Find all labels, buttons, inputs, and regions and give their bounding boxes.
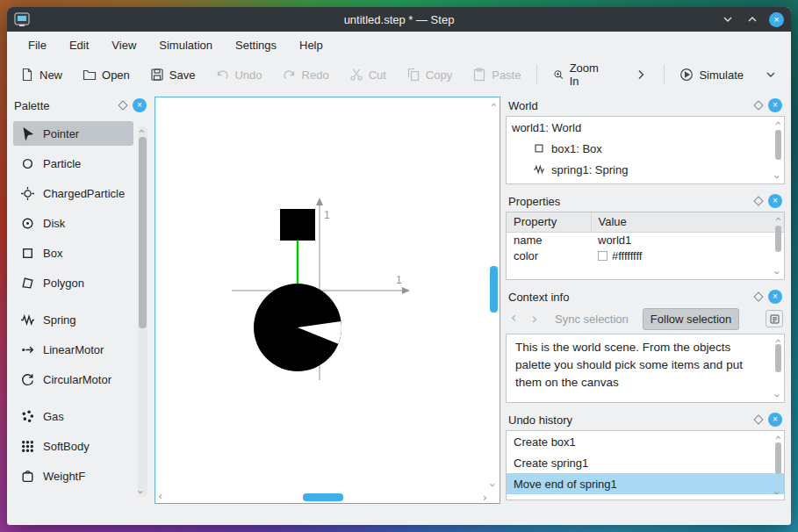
scroll-up-icon[interactable]: › bbox=[772, 121, 783, 126]
context-info-text: This is the world scene. From the object… bbox=[507, 334, 784, 392]
scroll-up-icon[interactable]: › bbox=[772, 339, 783, 343]
palette-item-pointer[interactable]: Pointer bbox=[13, 121, 133, 146]
undo-scrollbar[interactable]: › › bbox=[773, 432, 783, 499]
float-panel-icon[interactable] bbox=[753, 196, 763, 205]
scroll-right-icon[interactable]: › bbox=[483, 492, 487, 503]
close-panel-icon[interactable]: × bbox=[768, 290, 782, 304]
gas-icon bbox=[20, 409, 35, 424]
scroll-up-icon[interactable]: › bbox=[772, 435, 783, 440]
tree-item-box1[interactable]: box1: Box bbox=[507, 138, 784, 159]
canvas-horizontal-scrollbar[interactable]: › › bbox=[155, 492, 487, 503]
palette-item-chargedparticle[interactable]: ChargedParticle bbox=[13, 181, 133, 205]
paste-button[interactable]: Paste bbox=[468, 64, 525, 85]
palette-item-box[interactable]: Box bbox=[13, 241, 133, 265]
box1-shape[interactable] bbox=[280, 209, 315, 241]
scroll-left-icon[interactable]: › bbox=[158, 492, 162, 503]
world-scrollbar[interactable]: › › bbox=[773, 118, 783, 183]
canvas-hscroll-thumb[interactable] bbox=[303, 493, 343, 501]
menu-simulation[interactable]: Simulation bbox=[150, 36, 221, 54]
palette-scrollbar[interactable]: › › bbox=[138, 126, 147, 497]
sync-selection-button[interactable]: Sync selection bbox=[550, 309, 634, 329]
palette-item-disk[interactable]: Disk bbox=[13, 211, 133, 235]
float-panel-icon[interactable] bbox=[118, 100, 127, 110]
app-icon[interactable] bbox=[14, 11, 30, 27]
canvas-vertical-scrollbar[interactable]: › › bbox=[488, 97, 500, 491]
undo-scrollbar-thumb[interactable] bbox=[775, 442, 781, 474]
value-column-header[interactable]: Value bbox=[591, 212, 784, 232]
new-button[interactable]: New bbox=[16, 64, 67, 85]
simulate-button[interactable]: Simulate bbox=[675, 64, 748, 85]
titlebar[interactable]: untitled.step * — Step × bbox=[7, 7, 791, 32]
property-row-partial[interactable] bbox=[507, 263, 784, 279]
properties-header-row: Property Value bbox=[507, 212, 784, 232]
scroll-up-icon[interactable]: › bbox=[487, 103, 499, 107]
close-panel-icon[interactable]: × bbox=[768, 98, 782, 112]
scroll-down-icon[interactable]: › bbox=[772, 393, 783, 398]
maximize-icon[interactable] bbox=[744, 11, 760, 27]
world-scrollbar-thumb[interactable] bbox=[775, 130, 781, 160]
tree-item-world1[interactable]: world1: World bbox=[507, 117, 784, 138]
properties-scrollbar-thumb[interactable] bbox=[775, 226, 781, 252]
undo-item-create-spring1[interactable]: Create spring1 bbox=[507, 452, 784, 473]
undo-item-create-box1[interactable]: Create box1 bbox=[507, 431, 784, 452]
palette-item-gas[interactable]: Gas bbox=[13, 404, 133, 428]
follow-selection-button[interactable]: Follow selection bbox=[643, 308, 740, 330]
menu-file[interactable]: File bbox=[19, 36, 55, 54]
scroll-up-icon[interactable]: › bbox=[135, 129, 147, 133]
undo-item-move-end-of-spring1[interactable]: Move end of spring1 bbox=[507, 473, 784, 494]
toolbar: New Open Save Undo Redo Cut bbox=[7, 58, 791, 91]
close-panel-icon[interactable]: × bbox=[768, 413, 782, 427]
open-button[interactable]: Open bbox=[78, 64, 134, 85]
tree-item-spring1[interactable]: spring1: Spring bbox=[507, 159, 784, 180]
redo-button[interactable]: Redo bbox=[278, 64, 334, 85]
palette-item-particle[interactable]: Particle bbox=[13, 151, 133, 176]
palette-item-linearmotor[interactable]: LinearMotor bbox=[13, 337, 133, 362]
context-doc-icon[interactable] bbox=[766, 310, 783, 327]
property-column-header[interactable]: Property bbox=[507, 212, 591, 232]
world-canvas[interactable]: 1 1 › › › › bbox=[155, 97, 500, 504]
properties-scrollbar[interactable]: › › bbox=[773, 213, 783, 278]
palette-item-polygon[interactable]: Polygon bbox=[13, 270, 133, 295]
scroll-up-icon[interactable]: › bbox=[772, 217, 783, 221]
palette-item-softbody[interactable]: SoftBody bbox=[13, 434, 133, 458]
palette-item-spring[interactable]: Spring bbox=[13, 307, 133, 332]
back-icon[interactable]: › bbox=[507, 310, 520, 327]
float-panel-icon[interactable] bbox=[753, 291, 763, 301]
scroll-down-icon[interactable]: › bbox=[487, 483, 499, 487]
zoom-in-button[interactable]: Zoom In bbox=[549, 58, 606, 91]
menu-view[interactable]: View bbox=[103, 36, 145, 54]
world-tree: world1: World box1: Box spring1: Spring … bbox=[506, 116, 785, 184]
toolbar-menu-button[interactable] bbox=[759, 64, 782, 85]
palette-item-circularmotor[interactable]: CircularMotor bbox=[13, 367, 133, 392]
scroll-down-icon[interactable]: › bbox=[772, 175, 783, 179]
close-icon[interactable]: × bbox=[769, 12, 784, 27]
forward-icon[interactable]: › bbox=[528, 310, 541, 327]
float-panel-icon[interactable] bbox=[753, 414, 763, 424]
copy-button[interactable]: Copy bbox=[402, 64, 457, 85]
particle-icon bbox=[20, 156, 35, 171]
undo-button[interactable]: Undo bbox=[211, 64, 266, 85]
save-button[interactable]: Save bbox=[146, 64, 200, 85]
scroll-down-icon[interactable]: › bbox=[772, 270, 783, 275]
toolbar-overflow-button[interactable] bbox=[629, 64, 652, 85]
chevron-down-icon bbox=[764, 68, 778, 82]
property-row-name[interactable]: name world1 bbox=[507, 232, 784, 248]
charged-particle-icon bbox=[20, 186, 35, 201]
scroll-down-icon[interactable]: › bbox=[772, 491, 783, 495]
canvas-vscroll-thumb[interactable] bbox=[490, 266, 498, 313]
cut-button[interactable]: Cut bbox=[345, 64, 391, 85]
canvas-scene[interactable]: 1 1 bbox=[155, 97, 487, 491]
menu-edit[interactable]: Edit bbox=[61, 36, 97, 54]
context-scrollbar[interactable]: › › bbox=[773, 335, 783, 401]
minimize-icon[interactable] bbox=[720, 11, 736, 27]
context-scrollbar-thumb[interactable] bbox=[775, 344, 781, 372]
float-panel-icon[interactable] bbox=[753, 100, 763, 110]
menu-settings[interactable]: Settings bbox=[226, 36, 285, 54]
menu-help[interactable]: Help bbox=[291, 36, 332, 54]
close-panel-icon[interactable]: × bbox=[133, 98, 147, 112]
scroll-down-icon[interactable]: › bbox=[135, 490, 147, 494]
property-row-color[interactable]: color #ffffffff bbox=[507, 248, 784, 263]
palette-item-weightforce[interactable]: WeightF bbox=[13, 464, 133, 488]
close-panel-icon[interactable]: × bbox=[768, 194, 782, 208]
palette-scrollbar-thumb[interactable] bbox=[139, 137, 147, 328]
